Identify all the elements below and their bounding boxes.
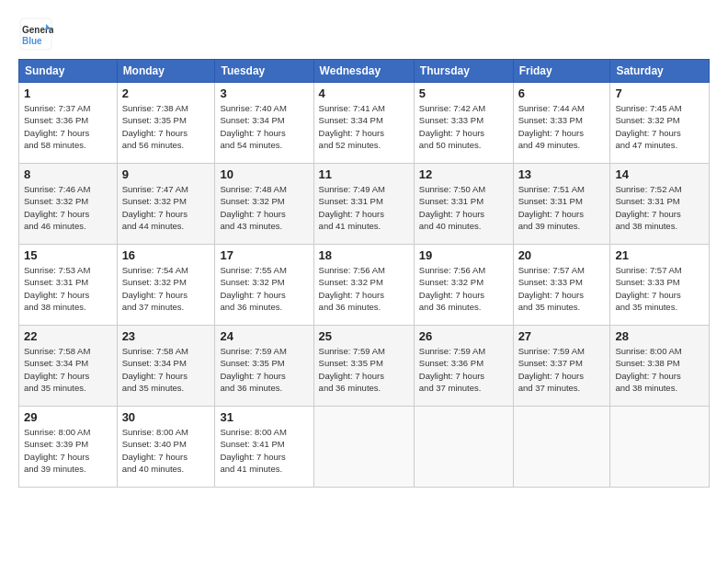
day-detail: Sunrise: 7:48 AMSunset: 3:32 PMDaylight:… (220, 183, 308, 232)
header-sunday: Sunday (19, 60, 118, 83)
table-row: 23Sunrise: 7:58 AMSunset: 3:34 PMDayligh… (117, 326, 215, 407)
day-detail: Sunrise: 8:00 AMSunset: 3:38 PMDaylight:… (615, 345, 704, 394)
table-row: 31Sunrise: 8:00 AMSunset: 3:41 PMDayligh… (215, 407, 313, 488)
header-wednesday: Wednesday (313, 60, 414, 83)
table-row: 8Sunrise: 7:46 AMSunset: 3:32 PMDaylight… (19, 164, 118, 245)
day-detail: Sunrise: 7:44 AMSunset: 3:33 PMDaylight:… (518, 102, 606, 151)
day-detail: Sunrise: 7:42 AMSunset: 3:33 PMDaylight:… (419, 102, 508, 151)
day-number: 30 (122, 410, 210, 424)
day-number: 3 (220, 86, 308, 100)
day-detail: Sunrise: 8:00 AMSunset: 3:39 PMDaylight:… (24, 426, 112, 475)
table-row: 21Sunrise: 7:57 AMSunset: 3:33 PMDayligh… (610, 245, 710, 326)
table-row: 14Sunrise: 7:52 AMSunset: 3:31 PMDayligh… (610, 164, 710, 245)
table-row: 1Sunrise: 7:37 AMSunset: 3:36 PMDaylight… (19, 83, 118, 164)
header-tuesday: Tuesday (215, 60, 313, 83)
day-detail: Sunrise: 7:49 AMSunset: 3:31 PMDaylight:… (319, 183, 409, 232)
header: General Blue (18, 17, 710, 52)
day-detail: Sunrise: 7:57 AMSunset: 3:33 PMDaylight:… (615, 264, 704, 313)
table-row: 29Sunrise: 8:00 AMSunset: 3:39 PMDayligh… (19, 407, 118, 488)
empty-cell (610, 407, 710, 488)
day-detail: Sunrise: 7:38 AMSunset: 3:35 PMDaylight:… (122, 102, 210, 151)
table-row: 30Sunrise: 8:00 AMSunset: 3:40 PMDayligh… (117, 407, 215, 488)
day-number: 1 (24, 86, 112, 100)
day-number: 8 (24, 167, 112, 181)
header-saturday: Saturday (610, 60, 710, 83)
calendar-header-row: Sunday Monday Tuesday Wednesday Thursday… (19, 60, 710, 83)
table-row: 15Sunrise: 7:53 AMSunset: 3:31 PMDayligh… (19, 245, 118, 326)
table-row: 28Sunrise: 8:00 AMSunset: 3:38 PMDayligh… (610, 326, 710, 407)
day-number: 21 (615, 248, 704, 262)
day-detail: Sunrise: 7:59 AMSunset: 3:36 PMDaylight:… (419, 345, 508, 394)
day-number: 19 (419, 248, 508, 262)
day-number: 22 (24, 329, 112, 343)
day-detail: Sunrise: 7:52 AMSunset: 3:31 PMDaylight:… (615, 183, 704, 232)
empty-cell (414, 407, 513, 488)
day-detail: Sunrise: 7:56 AMSunset: 3:32 PMDaylight:… (419, 264, 508, 313)
svg-text:General: General (22, 25, 53, 35)
day-detail: Sunrise: 7:56 AMSunset: 3:32 PMDaylight:… (319, 264, 409, 313)
day-detail: Sunrise: 7:50 AMSunset: 3:31 PMDaylight:… (419, 183, 508, 232)
table-row: 22Sunrise: 7:58 AMSunset: 3:34 PMDayligh… (19, 326, 118, 407)
day-detail: Sunrise: 7:41 AMSunset: 3:34 PMDaylight:… (319, 102, 409, 151)
day-detail: Sunrise: 7:45 AMSunset: 3:32 PMDaylight:… (615, 102, 704, 151)
header-thursday: Thursday (414, 60, 513, 83)
day-number: 26 (419, 329, 508, 343)
day-detail: Sunrise: 7:55 AMSunset: 3:32 PMDaylight:… (220, 264, 308, 313)
day-detail: Sunrise: 7:40 AMSunset: 3:34 PMDaylight:… (220, 102, 308, 151)
header-monday: Monday (117, 60, 215, 83)
day-detail: Sunrise: 7:59 AMSunset: 3:35 PMDaylight:… (220, 345, 308, 394)
day-number: 13 (518, 167, 606, 181)
day-number: 4 (319, 86, 409, 100)
table-row: 4Sunrise: 7:41 AMSunset: 3:34 PMDaylight… (313, 83, 414, 164)
day-number: 28 (615, 329, 704, 343)
day-detail: Sunrise: 8:00 AMSunset: 3:40 PMDaylight:… (122, 426, 210, 475)
day-number: 11 (319, 167, 409, 181)
day-number: 17 (220, 248, 308, 262)
calendar-row: 29Sunrise: 8:00 AMSunset: 3:39 PMDayligh… (19, 407, 710, 488)
table-row: 5Sunrise: 7:42 AMSunset: 3:33 PMDaylight… (414, 83, 513, 164)
day-number: 18 (319, 248, 409, 262)
empty-cell (513, 407, 610, 488)
day-number: 9 (122, 167, 210, 181)
table-row: 7Sunrise: 7:45 AMSunset: 3:32 PMDaylight… (610, 83, 710, 164)
day-detail: Sunrise: 7:47 AMSunset: 3:32 PMDaylight:… (122, 183, 210, 232)
day-number: 15 (24, 248, 112, 262)
day-number: 25 (319, 329, 409, 343)
table-row: 2Sunrise: 7:38 AMSunset: 3:35 PMDaylight… (117, 83, 215, 164)
table-row: 9Sunrise: 7:47 AMSunset: 3:32 PMDaylight… (117, 164, 215, 245)
page: General Blue Sunday Monday Tuesday Wedne… (0, 0, 728, 563)
svg-text:Blue: Blue (22, 36, 42, 46)
table-row: 3Sunrise: 7:40 AMSunset: 3:34 PMDaylight… (215, 83, 313, 164)
day-detail: Sunrise: 7:51 AMSunset: 3:31 PMDaylight:… (518, 183, 606, 232)
calendar-row: 8Sunrise: 7:46 AMSunset: 3:32 PMDaylight… (19, 164, 710, 245)
day-number: 10 (220, 167, 308, 181)
calendar-row: 15Sunrise: 7:53 AMSunset: 3:31 PMDayligh… (19, 245, 710, 326)
day-detail: Sunrise: 7:58 AMSunset: 3:34 PMDaylight:… (24, 345, 112, 394)
day-detail: Sunrise: 7:37 AMSunset: 3:36 PMDaylight:… (24, 102, 112, 151)
day-number: 27 (518, 329, 606, 343)
calendar-table: Sunday Monday Tuesday Wednesday Thursday… (18, 59, 710, 488)
day-number: 29 (24, 410, 112, 424)
day-number: 20 (518, 248, 606, 262)
table-row: 18Sunrise: 7:56 AMSunset: 3:32 PMDayligh… (313, 245, 414, 326)
table-row: 26Sunrise: 7:59 AMSunset: 3:36 PMDayligh… (414, 326, 513, 407)
day-number: 31 (220, 410, 308, 424)
day-detail: Sunrise: 7:59 AMSunset: 3:35 PMDaylight:… (319, 345, 409, 394)
empty-cell (313, 407, 414, 488)
table-row: 16Sunrise: 7:54 AMSunset: 3:32 PMDayligh… (117, 245, 215, 326)
table-row: 19Sunrise: 7:56 AMSunset: 3:32 PMDayligh… (414, 245, 513, 326)
table-row: 10Sunrise: 7:48 AMSunset: 3:32 PMDayligh… (215, 164, 313, 245)
day-detail: Sunrise: 7:57 AMSunset: 3:33 PMDaylight:… (518, 264, 606, 313)
day-detail: Sunrise: 7:46 AMSunset: 3:32 PMDaylight:… (24, 183, 112, 232)
day-number: 14 (615, 167, 704, 181)
table-row: 25Sunrise: 7:59 AMSunset: 3:35 PMDayligh… (313, 326, 414, 407)
logo-icon: General Blue (18, 17, 53, 52)
calendar-row: 1Sunrise: 7:37 AMSunset: 3:36 PMDaylight… (19, 83, 710, 164)
day-detail: Sunrise: 7:53 AMSunset: 3:31 PMDaylight:… (24, 264, 112, 313)
table-row: 20Sunrise: 7:57 AMSunset: 3:33 PMDayligh… (513, 245, 610, 326)
header-friday: Friday (513, 60, 610, 83)
day-detail: Sunrise: 7:54 AMSunset: 3:32 PMDaylight:… (122, 264, 210, 313)
day-number: 5 (419, 86, 508, 100)
day-number: 2 (122, 86, 210, 100)
day-number: 12 (419, 167, 508, 181)
